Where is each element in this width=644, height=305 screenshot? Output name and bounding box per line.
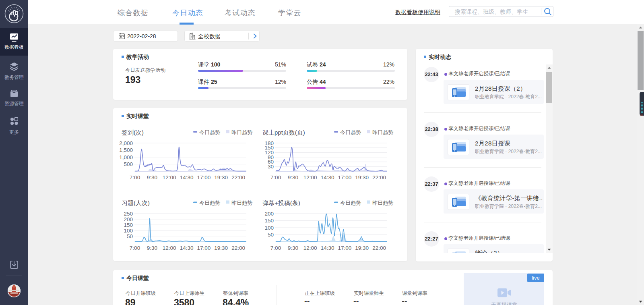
svg-text:12:00: 12:00 — [163, 245, 176, 251]
svg-text:7:00: 7:00 — [130, 245, 140, 251]
svg-text:今日趋势: 今日趋势 — [340, 200, 361, 206]
svg-text:19:30: 19:30 — [355, 174, 369, 181]
svg-text:昨日趋势: 昨日趋势 — [231, 129, 252, 135]
svg-text:9:30: 9:30 — [147, 174, 157, 181]
svg-text:习题(人次): 习题(人次) — [122, 199, 150, 206]
svg-text:弹幕+投稿(条): 弹幕+投稿(条) — [262, 199, 300, 206]
svg-text:昨日趋势: 昨日趋势 — [231, 200, 252, 206]
svg-text:50: 50 — [127, 233, 133, 239]
svg-text:22:00: 22:00 — [372, 174, 386, 181]
svg-text:17:00: 17:00 — [197, 245, 211, 251]
svg-text:12:00: 12:00 — [163, 174, 176, 181]
svg-text:50: 50 — [268, 232, 274, 238]
svg-text:150: 150 — [264, 218, 274, 224]
svg-text:7:00: 7:00 — [270, 245, 281, 251]
svg-text:课上ppt页数(页): 课上ppt页数(页) — [262, 129, 305, 136]
svg-text:9:30: 9:30 — [288, 174, 298, 181]
svg-text:22:00: 22:00 — [372, 245, 386, 251]
svg-text:19:30: 19:30 — [214, 245, 228, 251]
svg-text:17:00: 17:00 — [338, 174, 352, 181]
svg-text:14:30: 14:30 — [180, 245, 194, 251]
svg-text:7:00: 7:00 — [270, 174, 281, 181]
svg-text:14:30: 14:30 — [321, 245, 334, 251]
svg-text:1,000: 1,000 — [119, 154, 133, 160]
svg-text:今日趋势: 今日趋势 — [199, 129, 220, 135]
svg-text:30: 30 — [268, 164, 274, 170]
svg-text:17:00: 17:00 — [338, 245, 352, 251]
svg-text:12:00: 12:00 — [303, 174, 317, 181]
svg-text:9:30: 9:30 — [147, 245, 157, 251]
svg-text:150: 150 — [124, 222, 133, 228]
svg-text:今日趋势: 今日趋势 — [340, 129, 361, 135]
svg-text:今日趋势: 今日趋势 — [199, 200, 220, 206]
svg-text:200: 200 — [264, 211, 274, 217]
svg-text:1,500: 1,500 — [119, 147, 133, 153]
svg-text:14:30: 14:30 — [180, 174, 194, 181]
svg-text:签到(次): 签到(次) — [122, 129, 144, 136]
svg-text:17:00: 17:00 — [197, 174, 211, 181]
svg-text:22:00: 22:00 — [231, 174, 245, 181]
svg-text:22:00: 22:00 — [231, 245, 245, 251]
svg-text:19:30: 19:30 — [355, 245, 369, 251]
svg-text:250: 250 — [124, 211, 133, 217]
svg-text:100: 100 — [264, 225, 274, 231]
svg-text:100: 100 — [124, 228, 133, 234]
svg-text:500: 500 — [124, 161, 133, 167]
svg-text:12:00: 12:00 — [303, 245, 317, 251]
svg-text:19:30: 19:30 — [214, 174, 228, 181]
svg-text:200: 200 — [124, 216, 133, 222]
svg-text:9:30: 9:30 — [288, 245, 298, 251]
svg-text:2,000: 2,000 — [119, 140, 133, 146]
svg-text:昨日趋势: 昨日趋势 — [372, 200, 393, 206]
svg-text:7:00: 7:00 — [130, 174, 140, 181]
svg-text:昨日趋势: 昨日趋势 — [372, 129, 393, 135]
svg-text:14:30: 14:30 — [321, 174, 334, 181]
